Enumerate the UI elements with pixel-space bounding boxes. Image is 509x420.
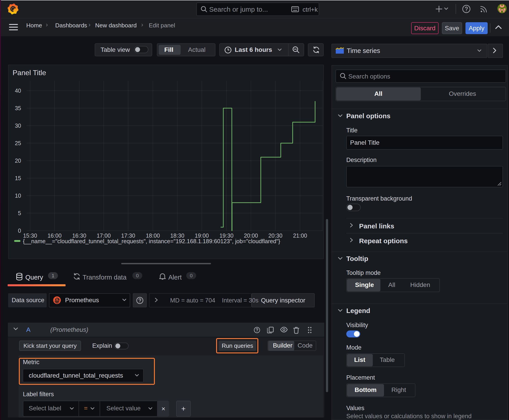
svg-text:15:30: 15:30: [23, 232, 37, 239]
svg-text:16:00: 16:00: [48, 232, 62, 239]
svg-text:18:00: 18:00: [146, 232, 160, 239]
svg-text:20: 20: [15, 158, 21, 164]
svg-text:15: 15: [15, 175, 21, 181]
svg-text:17:00: 17:00: [97, 232, 111, 239]
svg-text:10: 10: [15, 193, 21, 199]
svg-text:40: 40: [15, 88, 21, 94]
svg-text:20:30: 20:30: [268, 232, 282, 239]
svg-text:17:30: 17:30: [121, 232, 135, 239]
svg-text:19:00: 19:00: [195, 232, 209, 239]
svg-text:20:00: 20:00: [244, 232, 258, 239]
svg-text:19:30: 19:30: [220, 232, 234, 239]
svg-text:0: 0: [18, 227, 21, 234]
svg-text:5: 5: [18, 210, 21, 216]
svg-text:25: 25: [15, 140, 21, 146]
svg-text:18:30: 18:30: [170, 232, 184, 239]
svg-text:16:30: 16:30: [72, 232, 86, 239]
svg-text:21:00: 21:00: [293, 232, 307, 239]
svg-text:35: 35: [15, 105, 21, 111]
svg-text:30: 30: [15, 122, 21, 129]
